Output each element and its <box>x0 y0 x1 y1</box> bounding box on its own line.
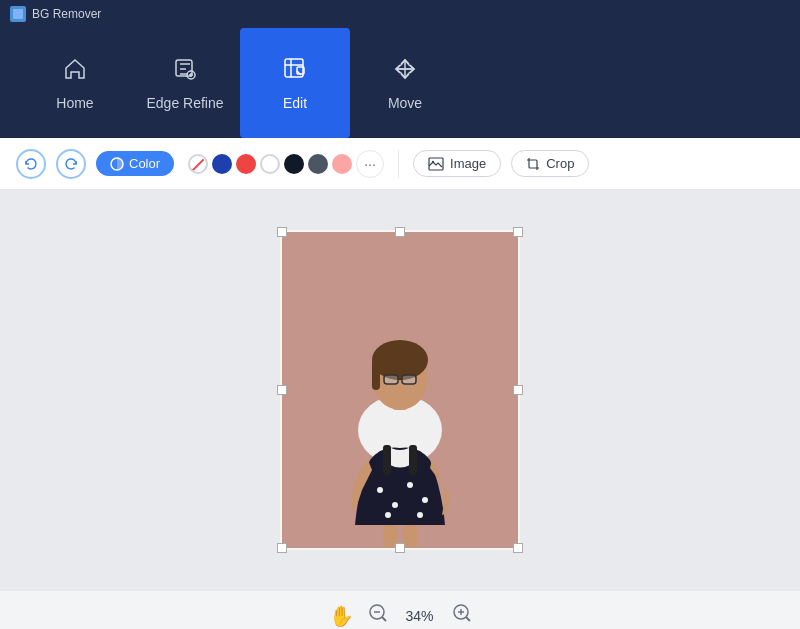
edge-refine-icon <box>171 55 199 87</box>
home-icon <box>61 55 89 87</box>
swatch-red[interactable] <box>236 154 256 174</box>
nav-home[interactable]: Home <box>20 28 130 138</box>
toolbar-divider <box>398 150 399 178</box>
svg-rect-15 <box>402 375 416 384</box>
person-svg <box>280 230 520 550</box>
svg-rect-25 <box>383 525 397 547</box>
nav-bar: Home Edge Refine Edit <box>0 28 800 138</box>
svg-point-19 <box>377 487 383 493</box>
nav-move-label: Move <box>388 95 422 111</box>
app-icon <box>10 6 26 22</box>
svg-line-33 <box>466 617 470 621</box>
toolbar: Color ··· Image Crop <box>0 138 800 190</box>
swatch-blue[interactable] <box>212 154 232 174</box>
image-preview <box>280 230 520 550</box>
nav-home-label: Home <box>56 95 93 111</box>
svg-point-21 <box>407 482 413 488</box>
color-button[interactable]: Color <box>96 151 174 176</box>
redo-button[interactable] <box>56 149 86 179</box>
image-button[interactable]: Image <box>413 150 501 177</box>
edit-icon <box>281 55 309 87</box>
zoom-in-icon[interactable] <box>452 603 472 628</box>
swatch-gray[interactable] <box>308 154 328 174</box>
svg-point-7 <box>432 160 434 162</box>
move-icon <box>391 55 419 87</box>
image-container[interactable] <box>280 230 520 550</box>
zoom-out-icon[interactable] <box>368 603 388 628</box>
svg-point-23 <box>385 512 391 518</box>
color-swatches: ··· <box>188 150 384 178</box>
svg-rect-14 <box>384 375 398 384</box>
nav-edit-label: Edit <box>283 95 307 111</box>
svg-point-20 <box>392 502 398 508</box>
title-bar: BG Remover <box>0 0 800 28</box>
nav-edge-refine-label: Edge Refine <box>146 95 223 111</box>
svg-line-29 <box>382 617 386 621</box>
zoom-level: 34% <box>402 608 438 624</box>
svg-point-24 <box>417 512 423 518</box>
undo-button[interactable] <box>16 149 46 179</box>
svg-rect-18 <box>409 445 417 475</box>
svg-point-12 <box>372 340 428 380</box>
crop-button-label: Crop <box>546 156 574 171</box>
svg-rect-26 <box>403 525 417 547</box>
svg-rect-0 <box>13 9 23 19</box>
zoom-bar: ✋ 34% <box>0 590 800 629</box>
hand-icon[interactable]: ✋ <box>329 604 354 628</box>
app-title: BG Remover <box>32 7 101 21</box>
crop-button[interactable]: Crop <box>511 150 589 177</box>
image-button-label: Image <box>450 156 486 171</box>
svg-rect-17 <box>383 445 391 475</box>
svg-point-22 <box>422 497 428 503</box>
swatch-black[interactable] <box>284 154 304 174</box>
color-button-label: Color <box>129 156 160 171</box>
swatch-white[interactable] <box>260 154 280 174</box>
canvas-area <box>0 190 800 590</box>
nav-edge-refine[interactable]: Edge Refine <box>130 28 240 138</box>
swatch-transparent[interactable] <box>188 154 208 174</box>
svg-rect-13 <box>372 360 380 390</box>
nav-edit[interactable]: Edit <box>240 28 350 138</box>
nav-move[interactable]: Move <box>350 28 460 138</box>
swatch-pink[interactable] <box>332 154 352 174</box>
more-swatches-button[interactable]: ··· <box>356 150 384 178</box>
